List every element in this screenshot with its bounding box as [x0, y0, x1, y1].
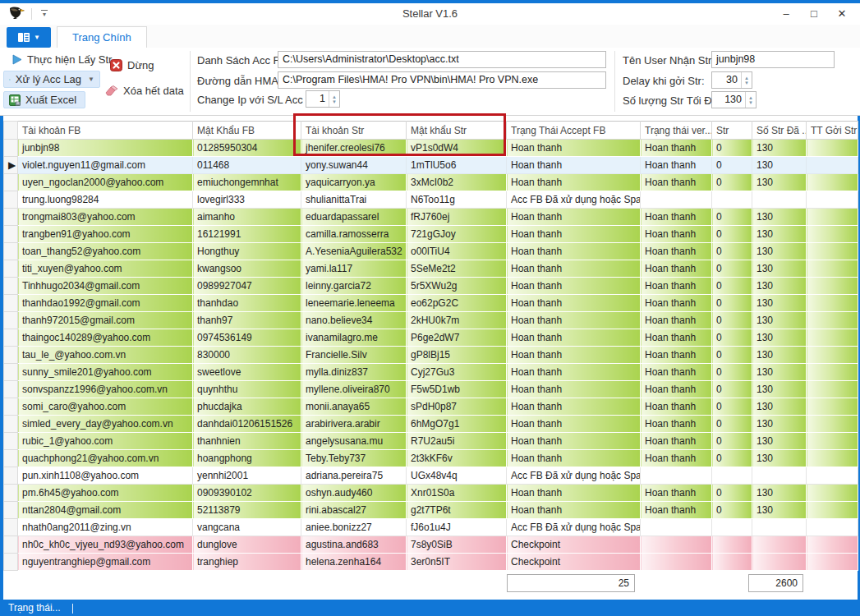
cell[interactable]: simled_every_day@yahoo.com.vn	[18, 416, 193, 433]
cell[interactable]: Hoan thanh	[641, 174, 712, 191]
cell[interactable]: arabirivera.arabir	[301, 416, 407, 433]
cell[interactable]: 130	[752, 278, 807, 295]
row-indicator[interactable]	[4, 450, 18, 467]
row-indicator[interactable]	[4, 554, 18, 571]
cell[interactable]	[641, 191, 712, 209]
table-row[interactable]: nttan2804@gmail.com52113879rini.abascal2…	[4, 502, 858, 519]
cell[interactable]	[807, 450, 858, 467]
cell[interactable]: 0	[712, 278, 752, 295]
cell[interactable]: Hoan thanh	[507, 450, 641, 467]
row-indicator[interactable]	[4, 243, 18, 260]
cell[interactable]: 0	[712, 364, 752, 381]
cell[interactable]: Hoan thanh	[641, 140, 712, 157]
cell[interactable]: R7U2au5i	[407, 433, 507, 450]
cell[interactable]: Checkpoint	[507, 554, 641, 571]
stepper-arrows-icon[interactable]: ▲▼	[741, 72, 752, 88]
stop-button[interactable]: Dừng	[105, 57, 159, 73]
cell[interactable]: Hoan thanh	[641, 260, 712, 278]
cell[interactable]	[807, 209, 858, 226]
cell[interactable]: quynhthu	[193, 381, 301, 398]
cell[interactable]	[807, 416, 858, 433]
cell[interactable]: Hoan thanh	[641, 278, 712, 295]
cell[interactable]: Cyj27Gu3	[407, 364, 507, 381]
table-row[interactable]: thaingoc140289@yahoo.com0974536149ivanam…	[4, 329, 858, 347]
cell[interactable]: hoangphong	[193, 450, 301, 467]
cell[interactable]: 130	[752, 140, 807, 157]
cell[interactable]: P6ge2dW7	[407, 329, 507, 347]
cell[interactable]: gP8lBj15	[407, 347, 507, 364]
process-acc-lag-button[interactable]: Xử lý Acc Lag ▼	[3, 71, 100, 88]
cell[interactable]	[807, 191, 858, 209]
cell[interactable]	[807, 226, 858, 243]
table-row[interactable]: somi_caro@yahoo.comphucdajkamonii.anaya6…	[4, 398, 858, 416]
cell[interactable]: Hoan thanh	[507, 295, 641, 312]
cell[interactable]: Xnr01S0a	[407, 485, 507, 502]
cell[interactable]: Hoan thanh	[507, 329, 641, 347]
cell[interactable]: Acc FB Đã xử dụng hoặc Spam	[507, 519, 641, 536]
tab-trang-chinh[interactable]: Trang Chính	[57, 26, 147, 48]
cell[interactable]: F5w5D1wb	[407, 381, 507, 398]
cell[interactable]: thaingoc140289@yahoo.com	[18, 329, 193, 347]
cell[interactable]: 0	[712, 502, 752, 519]
cell[interactable]: N6Too11g	[407, 191, 507, 209]
row-indicator[interactable]	[4, 347, 18, 364]
cell[interactable]: 130	[752, 450, 807, 467]
cell[interactable]: 130	[752, 381, 807, 398]
cell[interactable]: camilla.ramosserra	[301, 226, 407, 243]
cell[interactable]: uyen_ngoclan2000@yahoo.com	[18, 174, 193, 191]
cell[interactable]: helena.zenha164	[301, 554, 407, 571]
maximize-button[interactable]: □	[803, 6, 826, 22]
cell[interactable]	[641, 554, 712, 571]
user-name-input[interactable]: junbjn98	[711, 51, 835, 68]
cell[interactable]: leneemarie.leneema	[301, 295, 407, 312]
cell[interactable]: Hoan thanh	[641, 295, 712, 312]
cell[interactable]: toan_thang52@yahoo.com	[18, 243, 193, 260]
col-header-fb-password[interactable]: Mật Khẩu FB	[193, 122, 301, 140]
cell[interactable]: A.YeseniaAguilera532	[301, 243, 407, 260]
cell[interactable]: oshyn.audy460	[301, 485, 407, 502]
row-indicator[interactable]	[4, 536, 18, 554]
cell[interactable]: Hoan thanh	[641, 329, 712, 347]
cell[interactable]: sonvspanzz1996@yahoo.com.vn	[18, 381, 193, 398]
cell[interactable]: fRJ760ej	[407, 209, 507, 226]
cell[interactable]: 0	[712, 157, 752, 174]
cell[interactable]: Checkpoint	[507, 536, 641, 554]
cell[interactable]: pun.xinh1108@yahoo.com	[18, 467, 193, 485]
stepper-arrows-icon[interactable]: ▲▼	[745, 92, 756, 108]
row-indicator[interactable]	[4, 191, 18, 209]
col-header-str-account[interactable]: Tài khoản Str	[301, 122, 407, 140]
cell[interactable]: Hoan thanh	[641, 450, 712, 467]
cell[interactable]	[712, 467, 752, 485]
cell[interactable]	[712, 554, 752, 571]
cell[interactable]: nh0c_kh0c_vjyeu_nd93@yahoo.com	[18, 536, 193, 554]
cell[interactable]: agustina.and683	[301, 536, 407, 554]
cell[interactable]	[807, 398, 858, 416]
cell[interactable]: thanh97	[193, 312, 301, 329]
cell[interactable]	[752, 467, 807, 485]
cell[interactable]: fJ6o1u4J	[407, 519, 507, 536]
cell[interactable]: 130	[752, 502, 807, 519]
cell[interactable]: Hoan thanh	[641, 347, 712, 364]
cell[interactable]	[641, 467, 712, 485]
clear-data-button[interactable]: Xóa hết data	[100, 83, 189, 99]
table-row[interactable]: nguyentranghiep@gmail.comtranghiephelena…	[4, 554, 858, 571]
cell[interactable]: 01285950304	[193, 140, 301, 157]
cell[interactable]: yennhi2001	[193, 467, 301, 485]
table-row[interactable]: nh0c_kh0c_vjyeu_nd93@yahoo.comdungloveag…	[4, 536, 858, 554]
cell[interactable]: nano.believe34	[301, 312, 407, 329]
cell[interactable]: Hoan thanh	[507, 157, 641, 174]
cell[interactable]: violet.nguyen11@gmail.com	[18, 157, 193, 174]
cell[interactable]: Hoan thanh	[507, 364, 641, 381]
cell[interactable]	[807, 364, 858, 381]
cell[interactable]: 130	[752, 347, 807, 364]
row-indicator[interactable]	[4, 364, 18, 381]
cell[interactable]: rubic_1@yahoo.com	[18, 433, 193, 450]
cell[interactable]: Teby.Teby737	[301, 450, 407, 467]
delay-stepper[interactable]: 30 ▲▼	[711, 71, 752, 89]
cell[interactable]: 0	[712, 243, 752, 260]
cell[interactable]	[807, 243, 858, 260]
cell[interactable]: 0	[712, 140, 752, 157]
cell[interactable]: 011468	[193, 157, 301, 174]
cell[interactable]: o00lTiU4	[407, 243, 507, 260]
row-indicator[interactable]	[4, 519, 18, 536]
